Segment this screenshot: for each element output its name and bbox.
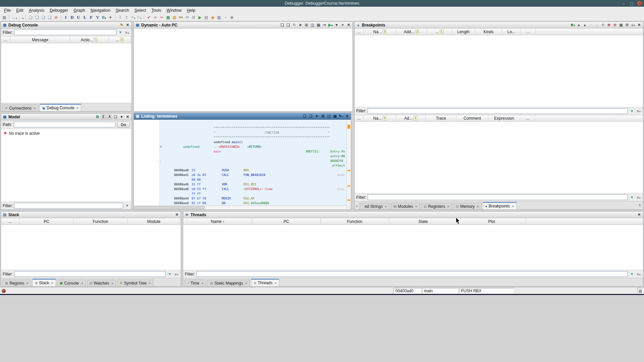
divider-handle[interactable]: ⋮⋮ [156,159,161,163]
close-icon[interactable]: ✕ [637,1,642,6]
filter-settings-icon[interactable]: ≡▾ [174,272,179,277]
tab-static-mappings[interactable]: ▧Static Mappings× [207,280,250,286]
letter-i-icon[interactable]: I [63,14,69,20]
bookmark-list-icon[interactable]: ❑ [47,14,53,20]
compare-icon[interactable]: ◫ [326,114,331,119]
status-grid-icon[interactable]: ▦ [637,288,643,294]
filter-options-icon[interactable]: ▼ [167,272,172,277]
tab-close-icon[interactable]: × [34,106,36,110]
column-header[interactable]: ...2 [109,37,131,43]
bytes-101-icon[interactable]: 101 [178,14,184,20]
column-header[interactable]: Module [128,218,180,225]
tab-stack[interactable]: ≣Stack× [32,279,56,286]
go-button[interactable]: Go [117,121,130,128]
table-menu-icon[interactable]: ≡▾ [631,22,636,27]
column-header[interactable]: Plot [458,218,526,225]
column-header[interactable]: Expression [488,115,520,121]
table-icon[interactable]: ⊞ [304,22,309,27]
tab-close-icon[interactable]: × [51,281,53,285]
copy-icon[interactable]: ❑ [280,22,285,27]
tab-connections[interactable]: ✔Connections× [2,105,39,111]
filter-options-icon[interactable]: ▼ [629,272,635,277]
grid-icon[interactable]: ▦ [216,14,222,20]
model-body[interactable]: ✱ No trace is active [1,129,131,201]
tab-close-icon[interactable]: × [81,281,83,285]
goto-icon[interactable]: ⇒ [322,22,327,27]
clear-breakpoint-icon[interactable]: ⊗ [606,22,611,27]
model-filter-input[interactable] [14,203,123,208]
letter-d-icon[interactable]: D [69,14,75,20]
tab-close-icon[interactable]: × [26,281,28,285]
clear-console-icon[interactable]: ✎ [119,22,124,27]
filter-settings-icon[interactable]: ≡▾ [636,272,641,277]
column-header[interactable]: Kinds [475,28,502,35]
model-titlebar[interactable]: ▣ Model ⊞EA❑▾✕ [1,114,131,120]
column-header[interactable]: PC [252,218,321,225]
disable-breakpoint-icon[interactable]: ◌ [588,22,593,27]
structure-icon[interactable]: ⊞ [191,14,197,20]
debug-console-titlebar[interactable]: ▣ Debug Console ✎✕ [1,22,131,28]
menu-graph[interactable]: Graph [71,7,88,13]
column-header[interactable]: Na...3 [364,28,396,35]
column-header[interactable]: ... [521,28,536,35]
filter-settings-icon[interactable]: ≡▾ [124,30,130,35]
diamond-icon[interactable]: ◆ [210,14,216,20]
column-header[interactable]: Comment [457,115,488,121]
show-attributes-icon[interactable]: A [107,115,112,119]
step-in-icon[interactable]: ↧ [117,14,123,20]
column-header[interactable]: ... [1,37,10,43]
breakpoints-body[interactable] [355,35,643,107]
column-header[interactable]: ... [355,28,364,35]
compare-icon[interactable]: ◫ [310,22,315,27]
listing-vertical-scrollbar[interactable] [346,120,351,205]
window-titlebar[interactable]: Debugger: DebuggerCourse:/termmines – ▢ … [0,0,644,7]
tab-close-icon[interactable]: × [477,204,479,208]
validate-icon[interactable]: ✔ [146,14,152,20]
column-header[interactable]: Add...2 [396,28,427,35]
letter-b-icon[interactable]: B▾ [101,14,107,20]
close-icon[interactable]: ✕ [125,22,130,27]
filter-settings-icon[interactable]: ≡▾ [636,195,641,200]
stack-filter-input[interactable] [14,271,166,277]
set-breakpoint-icon[interactable]: ⊕▾ [570,22,575,27]
threads-body[interactable] [183,225,643,270]
menu-debugger[interactable]: Debugger [47,7,71,13]
menu-analysis[interactable]: Analysis [26,7,47,13]
filter-options-icon[interactable]: ▼ [124,203,130,208]
menu-help[interactable]: Help [184,7,198,13]
make-effective-icon[interactable]: ✛ [600,22,605,27]
letter-f-icon[interactable]: F [88,14,94,20]
column-header[interactable]: Na...2 [364,115,396,121]
tab-scroll-up-icon[interactable]: ∧ [639,203,642,208]
copy-code-icon[interactable]: ❑ [34,14,40,20]
bookmark-icon[interactable]: ❑ [40,14,46,20]
clone-icon[interactable]: ❑ [113,114,118,119]
tab-debug-console[interactable]: ▣Debug Console× [40,104,82,111]
snapshot-icon[interactable]: ▣ [332,114,337,119]
minimize-icon[interactable]: – [621,1,626,5]
menu-file[interactable]: File [1,7,13,13]
tab-close-icon[interactable]: × [111,281,113,285]
threads-filter-input[interactable] [196,271,628,277]
column-header[interactable]: ... [1,218,20,225]
column-header[interactable]: Function [321,218,389,225]
menu-caret-icon[interactable]: ▾ [119,114,124,119]
filter-options-icon[interactable]: ▼ [629,195,635,200]
tab-symbol-tree[interactable]: ※Symbol Tree× [117,280,153,286]
tab-ed-strings[interactable]: ”ed Strings× [360,203,390,209]
menu-select[interactable]: Select [132,7,149,13]
filter-options-icon[interactable]: ▼ [118,30,123,35]
enable-all-breakpoints-icon[interactable]: ● [582,22,587,27]
disable-icon[interactable]: ⊘ [53,14,59,20]
column-header[interactable]: State [389,218,458,225]
maximize-icon[interactable]: ▢ [629,1,634,6]
letter-u-icon[interactable]: U [75,14,82,20]
snapshot-icon[interactable]: ▣ [316,22,321,27]
menu-edit[interactable]: Edit [13,7,26,13]
table-icon[interactable]: ⊞ [320,114,325,119]
gold-table-icon[interactable]: ▦ [171,14,177,20]
clone-icon[interactable]: ❑ [308,114,313,119]
close-icon[interactable]: ✕ [174,212,179,217]
back-icon[interactable]: ←▾ [11,14,17,20]
refresh-icon[interactable]: ↻ [292,22,297,27]
